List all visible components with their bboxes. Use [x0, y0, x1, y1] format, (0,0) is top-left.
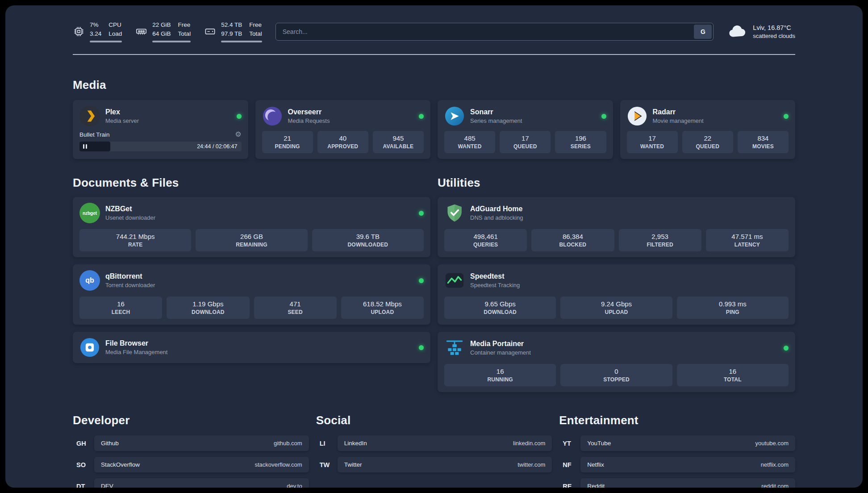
radarr-icon	[627, 106, 647, 126]
portainer-icon	[444, 338, 465, 358]
bookmark-link[interactable]: YouTube youtube.com	[580, 435, 795, 451]
stat-upload: 618.52 Mbps UPLOAD	[341, 297, 424, 319]
bookmark-reddit: RE Reddit reddit.com	[559, 478, 795, 488]
bookmark-link[interactable]: StackOverflow stackoverflow.com	[94, 457, 309, 472]
cpu-load-label: Load	[108, 29, 122, 38]
service-name: NZBGet	[105, 205, 155, 213]
nzbget-icon: nzbget	[79, 203, 100, 223]
bookmark-link[interactable]: Netflix netflix.com	[580, 457, 795, 472]
section-media: Media Plex Media server	[73, 78, 795, 159]
stat-pending: 21 PENDING	[262, 131, 313, 153]
service-subtitle: Usenet downloader	[105, 214, 155, 221]
bookmark-link[interactable]: Reddit reddit.com	[580, 478, 795, 488]
service-card-radarr[interactable]: Radarr Movie management 17 WANTED 22 QUE…	[620, 100, 796, 159]
service-card-overseerr[interactable]: Overseerr Media Requests 21 PENDING 40 A…	[255, 100, 431, 159]
pause-button[interactable]	[83, 144, 87, 149]
bookmark-link[interactable]: Github github.com	[94, 435, 309, 451]
bookmark-abbr: LI	[316, 440, 338, 447]
section-developer: Developer GH Github github.com SO StackO…	[73, 414, 309, 488]
playback-time: 24:44 / 02:06:47	[197, 143, 237, 150]
qbittorrent-icon: qb	[79, 270, 100, 291]
bookmark-abbr: DT	[73, 483, 94, 488]
status-dot	[237, 114, 242, 119]
speedtest-icon	[444, 270, 465, 291]
service-name: Speedtest	[470, 272, 520, 280]
stat-seed: 471 SEED	[254, 297, 337, 319]
system-metrics: 7% 3.24 CPU Load	[73, 21, 262, 42]
stat-available: 945 AVAILABLE	[373, 131, 424, 153]
status-dot	[419, 211, 424, 216]
filebrowser-icon	[79, 337, 100, 358]
stat-downloaded: 39.6 TB DOWNLOADED	[312, 229, 424, 251]
status-dot	[601, 114, 606, 119]
stat-queued: 17 QUEUED	[500, 131, 551, 153]
stat-rate: 744.21 Mbps RATE	[79, 229, 191, 251]
ram-free-label: Free	[178, 21, 191, 29]
service-subtitle: DNS and adblocking	[470, 214, 523, 221]
service-card-portainer[interactable]: Media Portainer Container management 16 …	[438, 332, 795, 392]
ram-icon	[135, 25, 147, 38]
service-card-speedtest[interactable]: Speedtest Speedtest Tracking 9.65 Gbps D…	[438, 264, 795, 325]
service-name: AdGuard Home	[470, 205, 523, 213]
ram-total-value: 64 GiB	[152, 29, 171, 38]
service-card-sonarr[interactable]: Sonarr Series management 485 WANTED 17 Q…	[438, 100, 613, 159]
stat-series: 196 SERIES	[555, 131, 606, 153]
topbar-divider	[73, 54, 795, 55]
disk-widget: 52.4 TB 97.9 TB Free Total	[204, 21, 262, 42]
service-name: Radarr	[653, 108, 704, 116]
search-engine-button[interactable]: G	[694, 25, 712, 39]
bookmark-link[interactable]: DEV dev.to	[94, 478, 309, 488]
search-input[interactable]	[275, 23, 714, 41]
section-title-social: Social	[316, 414, 552, 427]
status-dot	[419, 114, 424, 119]
now-playing-title: Bullet Train	[79, 131, 110, 138]
cpu-label: CPU	[108, 21, 122, 29]
bookmark-abbr: NF	[559, 461, 580, 468]
ram-usage-bar	[152, 41, 191, 42]
weather-location: Lviv, 16.87°C	[753, 24, 795, 31]
disk-free-value: 52.4 TB	[221, 21, 242, 29]
topbar: 7% 3.24 CPU Load	[73, 21, 795, 42]
stat-filtered: 2,953 FILTERED	[619, 229, 701, 251]
playback-progress-fill	[79, 142, 110, 151]
section-title-entertainment: Entertainment	[559, 414, 795, 427]
service-card-adguard[interactable]: AdGuard Home DNS and adblocking 498,461 …	[438, 197, 795, 257]
service-card-nzbget[interactable]: nzbget NZBGet Usenet downloader 744.21 M…	[73, 197, 430, 257]
status-dot	[419, 278, 424, 283]
service-subtitle: Container management	[470, 349, 531, 356]
service-card-plex[interactable]: Plex Media server Bullet Train ⚙ 24:44	[73, 100, 248, 159]
ram-total-label: Total	[178, 29, 191, 38]
bookmark-netflix: NF Netflix netflix.com	[559, 457, 795, 472]
bookmark-abbr: SO	[73, 461, 94, 468]
status-dot	[784, 114, 789, 119]
cpu-usage: 7%	[90, 21, 101, 29]
stat-upload: 9.24 Gbps UPLOAD	[560, 297, 672, 319]
status-dot	[784, 346, 789, 351]
stat-wanted: 17 WANTED	[627, 131, 678, 153]
bookmark-abbr: TW	[316, 461, 338, 468]
service-subtitle: Movie management	[653, 117, 704, 124]
search-bar: G	[275, 23, 714, 41]
section-utilities: Utilities AdGuard Home DNS and adblockin…	[438, 176, 795, 392]
bookmark-link[interactable]: LinkedIn linkedin.com	[338, 435, 552, 451]
service-name: Media Portainer	[470, 340, 531, 348]
disk-free-label: Free	[249, 21, 262, 29]
stat-approved: 40 APPROVED	[317, 131, 368, 153]
service-card-qbittorrent[interactable]: qb qBittorrent Torrent downloader 16 LEE…	[73, 264, 430, 325]
bookmark-link[interactable]: Twitter twitter.com	[338, 457, 552, 472]
playback-progress-bar[interactable]: 24:44 / 02:06:47	[79, 142, 242, 151]
plex-icon	[79, 106, 100, 126]
bookmark-dev: DT DEV dev.to	[73, 478, 309, 488]
stat-remaining: 266 GB REMAINING	[196, 229, 307, 251]
status-dot	[419, 345, 424, 350]
bookmark-twitter: TW Twitter twitter.com	[316, 457, 552, 472]
section-title-utilities: Utilities	[438, 176, 795, 190]
cpu-widget: 7% 3.24 CPU Load	[73, 21, 122, 42]
adguard-icon	[444, 203, 465, 223]
section-title-documents: Documents & Files	[73, 176, 430, 190]
weather-condition: scattered clouds	[753, 33, 795, 39]
service-card-filebrowser[interactable]: File Browser Media File Management	[73, 332, 430, 363]
cpu-usage-bar	[90, 41, 122, 42]
gear-icon[interactable]: ⚙	[235, 131, 241, 138]
service-subtitle: Speedtest Tracking	[470, 282, 520, 288]
